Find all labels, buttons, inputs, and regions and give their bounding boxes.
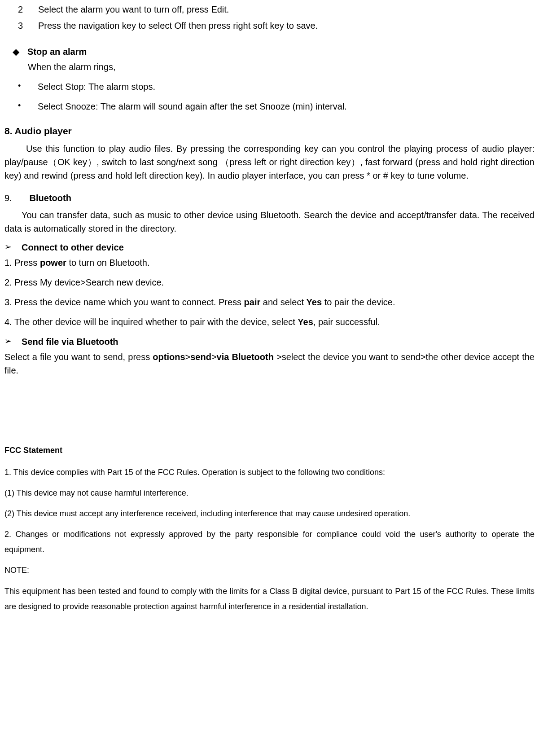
fcc-line-6: This equipment has been tested and found…: [4, 584, 535, 614]
text: 4. The other device will be inquired whe…: [4, 317, 298, 327]
audio-body: Use this function to play audio files. B…: [4, 142, 535, 182]
fcc-line-4: 2. Changes or modifications not expressl…: [4, 527, 535, 557]
fcc-line-1: 1. This device complies with Part 15 of …: [4, 465, 535, 480]
step-2: 2 Select the alarm you want to turn off,…: [18, 3, 535, 16]
bullet-text: Select Snooze: The alarm will sound agai…: [38, 100, 347, 113]
bold-text: Yes: [307, 297, 322, 307]
text: 1. Press: [4, 258, 40, 268]
connect-step-1: 1. Press power to turn on Bluetooth.: [4, 256, 535, 269]
step-number: 2: [18, 3, 38, 16]
bold-text: Yes: [298, 317, 313, 327]
send-body: Select a file you want to send, press op…: [4, 350, 535, 377]
fcc-note: NOTE:: [4, 563, 535, 578]
bullet-snooze: • Select Snooze: The alarm will sound ag…: [18, 100, 535, 113]
text: to pair the device.: [322, 297, 395, 307]
step-3: 3 Press the navigation key to select Off…: [18, 19, 535, 32]
bluetooth-intro-text: You can transfer data, such as music to …: [4, 210, 535, 233]
text: Select a file you want to send, press: [4, 352, 153, 362]
heading-num: 9.: [4, 191, 27, 205]
fcc-line-2: (1) This device may not cause harmful in…: [4, 485, 535, 501]
step-text: Select the alarm you want to turn off, p…: [38, 3, 535, 16]
stop-alarm-heading: ◆ Stop an alarm: [13, 45, 535, 58]
text: , pair successful.: [313, 317, 380, 327]
send-title: Send file via Bluetooth: [22, 335, 118, 348]
heading-text: Stop an alarm: [27, 45, 87, 58]
step-number: 3: [18, 19, 38, 32]
bold-text: options: [153, 352, 185, 362]
step-text: Press the navigation key to select Off t…: [38, 19, 535, 32]
chevron-icon: ➢: [4, 335, 12, 348]
text: to turn on Bluetooth.: [66, 258, 150, 268]
bluetooth-heading: 9. Bluetooth: [4, 191, 535, 205]
bullet-text: Select Stop: The alarm stops.: [38, 80, 155, 93]
audio-body-text: Use this function to play audio files. B…: [4, 144, 535, 180]
stop-alarm-intro: When the alarm rings,: [28, 60, 535, 74]
connect-heading: ➢ Connect to other device: [4, 241, 535, 254]
connect-step-4: 4. The other device will be inquired whe…: [4, 315, 535, 329]
diamond-bullet-icon: ◆: [13, 45, 19, 58]
bullet-icon: •: [18, 100, 38, 113]
connect-step-2: 2. Press My device>Search new device.: [4, 276, 535, 289]
fcc-title: FCC Statement: [4, 444, 535, 457]
bullet-icon: •: [18, 80, 38, 93]
bold-text: via Bluetooth: [217, 352, 274, 362]
text: >: [185, 352, 191, 362]
fcc-section: FCC Statement 1. This device complies wi…: [4, 444, 535, 615]
bold-text: pair: [244, 297, 261, 307]
text: and select: [260, 297, 306, 307]
bold-text: send: [190, 352, 211, 362]
audio-heading: 8. Audio player: [4, 124, 535, 138]
text: >: [211, 352, 217, 362]
fcc-line-3: (2) This device must accept any interfer…: [4, 506, 535, 521]
connect-step-3: 3. Press the device name which you want …: [4, 295, 535, 309]
connect-title: Connect to other device: [22, 241, 124, 254]
heading-title: Bluetooth: [30, 193, 71, 203]
bullet-stop: • Select Stop: The alarm stops.: [18, 80, 535, 93]
bold-text: power: [40, 258, 66, 268]
send-heading: ➢ Send file via Bluetooth: [4, 335, 535, 348]
text: 3. Press the device name which you want …: [4, 297, 244, 307]
bluetooth-intro: You can transfer data, such as music to …: [4, 208, 535, 235]
chevron-icon: ➢: [4, 241, 12, 254]
